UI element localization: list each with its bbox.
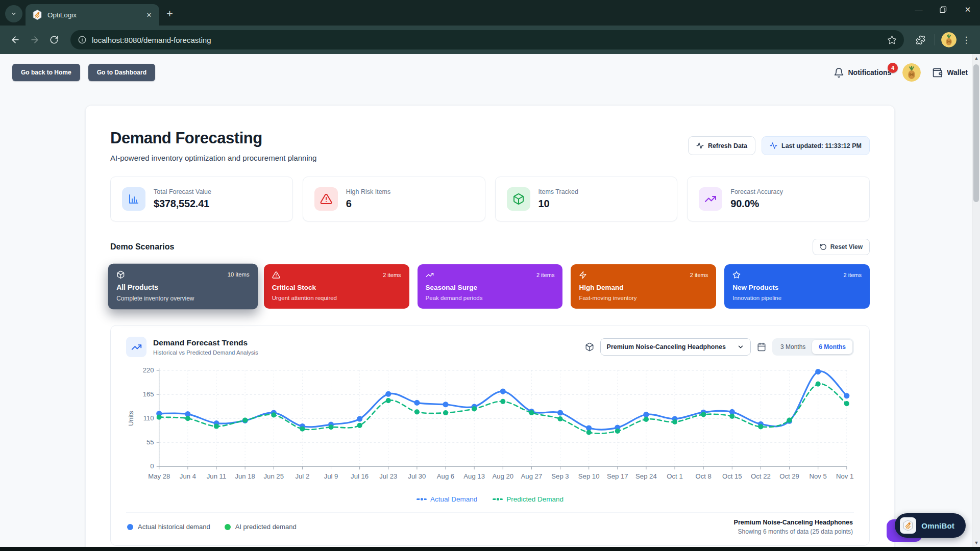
svg-text:Jul 2: Jul 2 xyxy=(296,472,310,480)
browser-titlebar: OptiLogix ✕ + — ✕ xyxy=(0,0,980,26)
bookmark-star-icon[interactable] xyxy=(887,35,897,45)
optilogix-favicon-icon xyxy=(32,9,43,20)
footnote-actual: Actual historical demand xyxy=(127,523,210,531)
stat-label: Total Forecast Value xyxy=(154,188,211,195)
svg-text:May 28: May 28 xyxy=(148,472,170,480)
svg-text:Sep 24: Sep 24 xyxy=(635,472,657,480)
range-3-months-button[interactable]: 3 Months xyxy=(774,340,812,354)
bar-chart-icon xyxy=(122,187,145,211)
omnibot-logo-icon xyxy=(900,517,916,534)
trending-up-icon xyxy=(426,271,434,279)
page-scrollbar[interactable]: ▲ ▼ xyxy=(972,54,980,547)
chart-legend: Actual Demand Predicted Demand xyxy=(126,495,854,503)
browser-tab[interactable]: OptiLogix ✕ xyxy=(26,4,159,26)
legend-predicted-demand[interactable]: Predicted Demand xyxy=(493,495,564,503)
svg-text:Jul 30: Jul 30 xyxy=(408,472,426,480)
scenario-desc: Peak demand periods xyxy=(426,295,555,301)
tab-search-button[interactable] xyxy=(5,5,22,22)
chevron-down-icon xyxy=(737,343,744,350)
svg-text:Jun 4: Jun 4 xyxy=(180,472,196,480)
scenario-desc: Fast-moving inventory xyxy=(579,295,708,301)
actual-line-marker-icon xyxy=(416,498,427,500)
omnibot-label: OmniBot xyxy=(921,521,954,530)
package-icon xyxy=(585,342,594,352)
stat-value: 6 xyxy=(346,198,391,210)
browser-profile-avatar[interactable] xyxy=(941,32,957,47)
notifications-button[interactable]: Notifications 4 xyxy=(834,67,892,78)
tab-close-icon[interactable]: ✕ xyxy=(144,10,154,20)
chart-title: Demand Forecast Trends xyxy=(153,338,258,347)
go-home-button[interactable]: Go back to Home xyxy=(12,64,80,81)
window-minimize-button[interactable]: — xyxy=(906,0,931,19)
page-title: Demand Forecasting xyxy=(110,129,316,147)
chart-subtitle: Historical vs Predicted Demand Analysis xyxy=(153,349,258,356)
svg-text:Nov 12: Nov 12 xyxy=(836,472,854,480)
site-info-icon[interactable] xyxy=(78,35,87,44)
rotate-ccw-icon xyxy=(820,243,827,251)
svg-text:Oct 1: Oct 1 xyxy=(667,472,682,480)
stats-row: Total Forecast Value $378,552.41 High Ri… xyxy=(110,177,870,221)
activity-icon xyxy=(696,142,704,149)
stat-card-total-forecast: Total Forecast Value $378,552.41 xyxy=(110,177,293,221)
scenario-items-count: 2 items xyxy=(383,272,401,278)
go-dashboard-button[interactable]: Go to Dashboard xyxy=(88,64,155,81)
alert-triangle-icon xyxy=(272,271,280,279)
footnote-predicted: AI predicted demand xyxy=(225,523,297,531)
forward-arrow-icon[interactable] xyxy=(27,32,43,48)
browser-menu-kebab-icon[interactable]: ⋮ xyxy=(960,35,973,45)
footnote-data-range: Showing 6 months of data (25 data points… xyxy=(734,528,853,535)
refresh-data-button[interactable]: Refresh Data xyxy=(688,136,755,155)
svg-text:220: 220 xyxy=(143,366,154,374)
wallet-icon xyxy=(932,67,943,78)
user-avatar[interactable] xyxy=(902,63,921,82)
scenario-card-critical-stock[interactable]: 2 items Critical Stock Urgent attention … xyxy=(264,264,409,309)
product-select[interactable]: Premium Noise-Canceling Headphones xyxy=(600,338,751,356)
star-icon xyxy=(732,271,741,279)
browser-toolbar: localhost:8080/demand-forecasting ⋮ xyxy=(0,26,980,54)
svg-text:110: 110 xyxy=(143,414,154,422)
scenario-title: All Products xyxy=(116,284,249,291)
scenario-card-all-products[interactable]: 10 items All Products Complete inventory… xyxy=(108,264,258,310)
reset-view-button[interactable]: Reset View xyxy=(813,239,870,255)
scenario-card-new-products[interactable]: 2 items New Products Innovation pipeline xyxy=(724,264,870,309)
reload-icon[interactable] xyxy=(46,32,62,48)
predicted-line-marker-icon xyxy=(493,498,503,500)
activity-icon xyxy=(770,142,777,149)
extensions-puzzle-icon[interactable] xyxy=(912,32,928,48)
svg-text:Jul 9: Jul 9 xyxy=(324,472,338,480)
demo-scenarios-heading: Demo Scenarios xyxy=(110,242,174,252)
new-tab-button[interactable]: + xyxy=(166,7,173,20)
scenario-title: Critical Stock xyxy=(272,284,401,291)
svg-text:Oct 8: Oct 8 xyxy=(695,472,711,480)
demand-forecast-chart[interactable]: 055110165220May 28Jun 4Jun 11Jun 18Jun 2… xyxy=(126,365,854,494)
last-updated-text: Last updated: 11:33:12 PM xyxy=(781,142,862,149)
app-topnav: Go back to Home Go to Dashboard Notifica… xyxy=(0,54,980,91)
back-arrow-icon[interactable] xyxy=(7,32,23,48)
scenario-card-seasonal-surge[interactable]: 2 items Seasonal Surge Peak demand perio… xyxy=(418,264,563,309)
svg-text:Units: Units xyxy=(127,411,135,426)
svg-text:Jun 18: Jun 18 xyxy=(235,472,255,480)
range-6-months-button[interactable]: 6 Months xyxy=(812,340,852,354)
range-segmented-control: 3 Months 6 Months xyxy=(772,338,854,356)
stat-value: 90.0% xyxy=(730,198,783,210)
scroll-down-arrow-icon[interactable]: ▼ xyxy=(972,539,980,547)
svg-text:Sep 3: Sep 3 xyxy=(551,472,569,480)
scrollbar-thumb[interactable] xyxy=(973,64,979,202)
chevron-down-icon xyxy=(11,11,17,17)
svg-text:Aug 20: Aug 20 xyxy=(492,472,513,480)
svg-text:Oct 22: Oct 22 xyxy=(751,472,771,480)
scenario-title: High Demand xyxy=(579,284,708,291)
footnote-product-name: Premium Noise-Canceling Headphones xyxy=(734,519,853,526)
demand-forecast-chart-card: Demand Forecast Trends Historical vs Pre… xyxy=(110,325,870,546)
notifications-label: Notifications xyxy=(848,68,892,77)
window-close-button[interactable]: ✕ xyxy=(955,0,980,19)
legend-actual-demand[interactable]: Actual Demand xyxy=(416,495,477,503)
window-restore-button[interactable] xyxy=(931,0,955,19)
url-bar[interactable]: localhost:8080/demand-forecasting xyxy=(70,30,904,49)
omnibot-widget[interactable]: OmniBot xyxy=(895,513,966,538)
zap-icon xyxy=(579,271,587,279)
trending-up-icon xyxy=(126,337,146,357)
wallet-button[interactable]: Wallet xyxy=(932,67,968,78)
scroll-up-arrow-icon[interactable]: ▲ xyxy=(972,54,980,62)
scenario-card-high-demand[interactable]: 2 items High Demand Fast-moving inventor… xyxy=(571,264,716,309)
